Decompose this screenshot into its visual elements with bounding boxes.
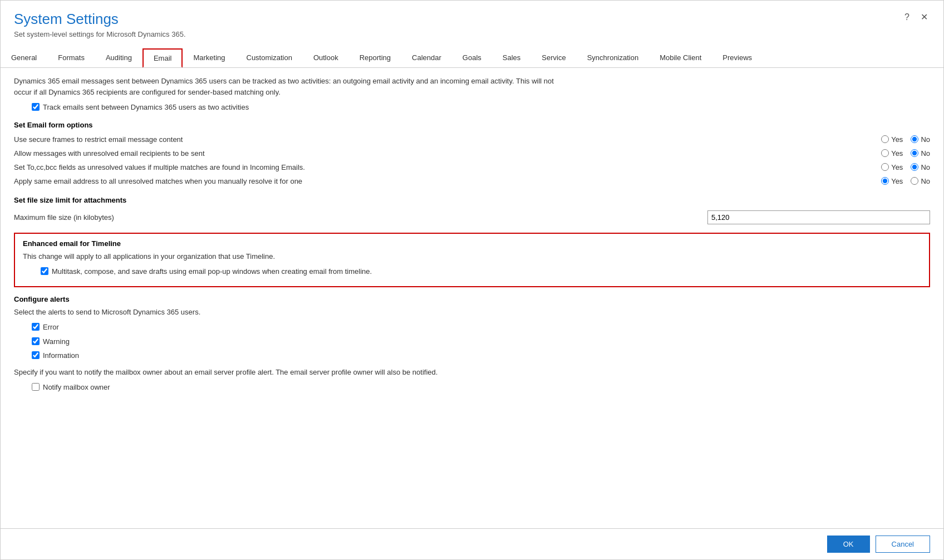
- alert-error-checkbox[interactable]: [32, 323, 40, 331]
- setting1-no-radio[interactable]: [911, 135, 918, 143]
- setting4-no-option: No: [911, 177, 930, 185]
- setting1-yes-label[interactable]: Yes: [891, 135, 903, 144]
- setting4-yes-radio[interactable]: [881, 177, 889, 185]
- dialog-subtitle: Set system-level settings for Microsoft …: [14, 30, 186, 38]
- enhanced-email-checkbox[interactable]: [41, 267, 48, 275]
- tab-service[interactable]: Service: [531, 48, 576, 67]
- track-emails-checkbox[interactable]: [32, 103, 40, 111]
- setting-row-4: Apply same email address to all unresolv…: [14, 174, 930, 188]
- setting4-yes-option: Yes: [881, 177, 903, 185]
- setting1-yes-option: Yes: [881, 135, 903, 144]
- enhanced-email-desc: This change will apply to all applicatio…: [23, 251, 921, 262]
- setting2-no-label[interactable]: No: [921, 149, 930, 158]
- setting3-yes-radio[interactable]: [881, 163, 889, 171]
- enhanced-email-checkbox-label[interactable]: Multitask, compose, and save drafts usin…: [52, 266, 372, 277]
- enhanced-email-checkbox-row: Multitask, compose, and save drafts usin…: [41, 266, 921, 277]
- configure-alerts-desc: Select the alerts to send to Microsoft D…: [14, 307, 930, 318]
- dialog-header: System Settings Set system-level setting…: [1, 1, 943, 38]
- setting2-label: Allow messages with unresolved email rec…: [14, 149, 841, 158]
- max-file-size-input[interactable]: [707, 210, 930, 224]
- alert-error-row: Error: [32, 322, 930, 333]
- notify-mailbox-label[interactable]: Notify mailbox owner: [43, 382, 110, 393]
- notify-mailbox-checkbox[interactable]: [32, 383, 40, 391]
- help-icon[interactable]: ?: [902, 11, 912, 23]
- section-file-size-heading: Set file size limit for attachments: [14, 196, 930, 204]
- setting3-no-label[interactable]: No: [921, 163, 930, 171]
- setting3-yes-option: Yes: [881, 163, 903, 171]
- tab-email[interactable]: Email: [142, 48, 183, 68]
- dialog-title: System Settings: [14, 11, 186, 28]
- ok-button[interactable]: OK: [827, 536, 870, 553]
- dialog-footer: OK Cancel: [1, 528, 943, 559]
- enhanced-email-heading: Enhanced email for Timeline: [23, 239, 921, 248]
- close-icon[interactable]: ✕: [918, 11, 930, 23]
- notify-mailbox-row: Notify mailbox owner: [32, 382, 930, 393]
- intro-text: Dynamics 365 email messages sent between…: [14, 76, 930, 97]
- track-emails-label[interactable]: Track emails sent between Dynamics 365 u…: [43, 102, 249, 113]
- setting2-yes-option: Yes: [881, 149, 903, 158]
- alert-error-label[interactable]: Error: [43, 322, 59, 333]
- setting2-no-option: No: [911, 149, 930, 158]
- tab-goals[interactable]: Goals: [452, 48, 492, 67]
- setting-row-3: Set To,cc,bcc fields as unresolved value…: [14, 160, 930, 174]
- setting3-no-option: No: [911, 163, 930, 171]
- tab-synchronization[interactable]: Synchronization: [577, 48, 650, 67]
- setting4-no-radio[interactable]: [911, 177, 918, 185]
- setting3-radio-group: Yes No: [841, 163, 930, 171]
- setting4-radio-group: Yes No: [841, 177, 930, 185]
- file-size-row: Maximum file size (in kilobytes): [14, 208, 930, 227]
- setting4-label: Apply same email address to all unresolv…: [14, 177, 841, 185]
- alert-information-label[interactable]: Information: [43, 350, 79, 361]
- tab-calendar[interactable]: Calendar: [401, 48, 452, 67]
- section-email-form-heading: Set Email form options: [14, 121, 930, 129]
- tab-bar: General Formats Auditing Email Marketing…: [1, 48, 943, 68]
- setting1-radio-group: Yes No: [841, 135, 930, 144]
- dialog-controls: ? ✕: [902, 11, 930, 23]
- setting2-no-radio[interactable]: [911, 149, 918, 157]
- cancel-button[interactable]: Cancel: [876, 536, 930, 553]
- title-block: System Settings Set system-level setting…: [14, 11, 186, 38]
- system-settings-dialog: System Settings Set system-level setting…: [0, 0, 944, 560]
- tab-general[interactable]: General: [1, 48, 47, 67]
- setting1-no-option: No: [911, 135, 930, 144]
- tab-mobile-client[interactable]: Mobile Client: [649, 48, 712, 67]
- setting2-radio-group: Yes No: [841, 149, 930, 158]
- alert-information-row: Information: [32, 350, 930, 361]
- tab-reporting[interactable]: Reporting: [349, 48, 401, 67]
- alert-warning-label[interactable]: Warning: [43, 336, 70, 347]
- setting4-no-label[interactable]: No: [921, 177, 930, 185]
- setting-row-1: Use secure frames to restrict email mess…: [14, 132, 930, 146]
- setting3-label: Set To,cc,bcc fields as unresolved value…: [14, 163, 841, 171]
- setting3-yes-label[interactable]: Yes: [891, 163, 903, 171]
- enhanced-email-section: Enhanced email for Timeline This change …: [14, 233, 930, 287]
- tab-outlook[interactable]: Outlook: [303, 48, 349, 67]
- tab-formats[interactable]: Formats: [47, 48, 95, 67]
- section-configure-alerts-heading: Configure alerts: [14, 295, 930, 303]
- setting1-yes-radio[interactable]: [881, 135, 889, 143]
- alert-warning-row: Warning: [32, 336, 930, 347]
- tab-sales[interactable]: Sales: [492, 48, 532, 67]
- tab-previews[interactable]: Previews: [712, 48, 763, 67]
- tab-auditing[interactable]: Auditing: [95, 48, 142, 67]
- max-file-size-label: Maximum file size (in kilobytes): [14, 213, 114, 222]
- tab-marketing[interactable]: Marketing: [183, 48, 235, 67]
- alert-information-checkbox[interactable]: [32, 351, 40, 359]
- setting2-yes-label[interactable]: Yes: [891, 149, 903, 158]
- setting1-no-label[interactable]: No: [921, 135, 930, 144]
- alert-warning-checkbox[interactable]: [32, 337, 40, 345]
- setting4-yes-label[interactable]: Yes: [891, 177, 903, 185]
- setting2-yes-radio[interactable]: [881, 149, 889, 157]
- setting-row-2: Allow messages with unresolved email rec…: [14, 146, 930, 160]
- track-emails-row: Track emails sent between Dynamics 365 u…: [32, 102, 930, 113]
- content-area: Dynamics 365 email messages sent between…: [1, 68, 943, 528]
- setting1-label: Use secure frames to restrict email mess…: [14, 135, 841, 144]
- tab-customization[interactable]: Customization: [236, 48, 303, 67]
- setting3-no-radio[interactable]: [911, 163, 918, 171]
- notify-mailbox-desc: Specify if you want to notify the mailbo…: [14, 367, 930, 378]
